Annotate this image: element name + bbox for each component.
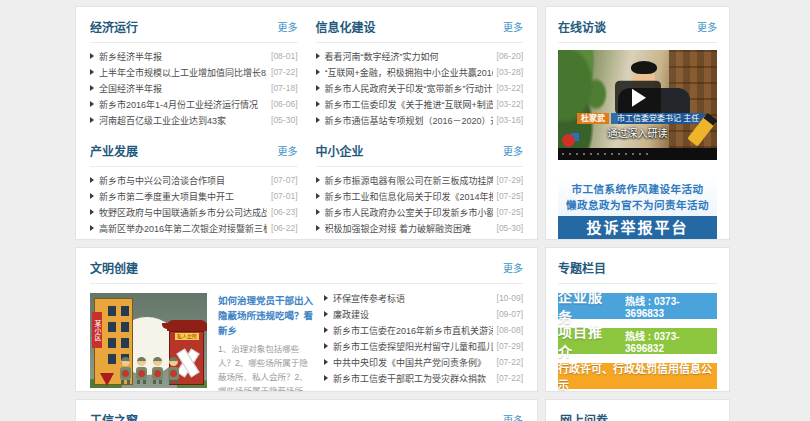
news-item[interactable]: 新乡市振源电器有限公司在新三板成功挂牌 [07-29] — [316, 172, 524, 188]
news-title: 积极加强银企对接 着力破解融资困难 — [325, 222, 493, 235]
news-date: [07-22] — [497, 373, 523, 383]
news-item[interactable]: 牧野区政府与中国联通新乡市分公司达成战略合作共识 [06-23] — [90, 204, 298, 220]
special-banner[interactable]: 企业服务 热线 : 0373-3696833 — [558, 293, 717, 319]
special-banner[interactable]: 行政许可、行政处罚信用信息公示 — [558, 363, 717, 389]
news-item[interactable]: 新乡市第二季度重大项目集中开工 [07-01] — [90, 188, 298, 204]
news-title: 看看河南“数字经济”实力如何 — [325, 50, 493, 63]
news-list-economy: 新乡经济半年报 [08-01] 上半年全市规模以上工业增加值同比增长8.3% [… — [90, 48, 298, 128]
bullet-icon — [316, 177, 320, 183]
special-banner-label: 项目推介 — [558, 321, 617, 361]
news-title: 牧野区政府与中国联通新乡市分公司达成战略合作共识 — [99, 206, 267, 219]
bullet-icon — [316, 101, 320, 107]
more-link-sme[interactable]: 更多 — [503, 143, 523, 158]
news-date: [08-01] — [271, 51, 297, 61]
more-link-interview[interactable]: 更多 — [697, 19, 717, 34]
news-title: 新乡市人民政府关于印发“宽带新乡”行动计划 — [325, 82, 493, 95]
more-link-civilization[interactable]: 更多 — [503, 260, 523, 275]
news-title: 中共中央印发《中国共产党问责条例》 — [333, 356, 493, 369]
panel-window: 工信之窗 更多 — [75, 399, 538, 421]
section-title-interview: 在线访谈 — [558, 18, 606, 35]
news-title: 新乡市工信委在2016年新乡市直机关游泳比赛中获得好 — [333, 324, 493, 337]
page: 经济运行 更多 新乡经济半年报 [08-01] — [0, 0, 810, 421]
left-column: 经济运行 更多 新乡经济半年报 [08-01] — [75, 6, 538, 421]
interview-video-thumbnail[interactable]: 杜家武 市工信委党委书记 主任 通过深入研读 — [558, 50, 717, 148]
news-date: [10-09] — [497, 293, 523, 303]
panel-news-top: 经济运行 更多 新乡经济半年报 [08-01] — [75, 6, 538, 240]
section-header-interview: 在线访谈 更多 — [558, 7, 717, 43]
cartoon-figure — [167, 357, 180, 384]
news-title: 新乡市振源电器有限公司在新三板成功挂牌 — [325, 174, 493, 187]
cartoon-windows — [108, 306, 116, 316]
news-item[interactable]: 新乡市2016年1-4月份工业经济运行情况 [06-06] — [90, 96, 298, 112]
featured-article-title[interactable]: 如何治理党员干部出入隐蔽场所违规吃喝？看新乡 — [218, 293, 314, 338]
civilization-cartoon-thumbnail[interactable]: 某小区 私人会所 — [90, 293, 207, 388]
news-item[interactable]: 新乡市通信基站专项规划（2016－2020）通过专家评 [03-16] — [316, 112, 524, 128]
special-banner-label: 企业服务 — [558, 286, 617, 326]
news-item[interactable]: 新乡市工信委在2016年新乡市直机关游泳比赛中获得好 [08-08] — [324, 322, 523, 338]
news-list-industry: 新乡市与中兴公司洽谈合作项目 [07-07] 新乡市第二季度重大项目集中开工 [… — [90, 172, 298, 240]
news-date: [09-07] — [497, 309, 523, 319]
special-banner-list: 企业服务 热线 : 0373-3696833 项目推介 热线 : 0373-36… — [558, 293, 717, 389]
news-item[interactable]: 新乡市工信委干部职工为受灾群众捐款 [07-22] — [324, 370, 523, 386]
news-item[interactable]: 积极加强银企对接 着力破解融资困难 [05-30] — [316, 220, 524, 236]
more-link-informatization[interactable]: 更多 — [503, 19, 523, 34]
news-title: 新乡市与中兴公司洽谈合作项目 — [99, 174, 267, 187]
news-title: 新乡市第二季度重大项目集中开工 — [99, 190, 267, 203]
special-banner-hotline: 热线 : 0373-3696832 — [625, 328, 717, 354]
news-item[interactable]: 廉政建设 [09-07] — [324, 306, 523, 322]
more-link-industry[interactable]: 更多 — [278, 143, 298, 158]
news-title: 新乡市工信委探望阳光村留守儿童和孤儿 — [333, 340, 493, 353]
news-item[interactable]: 新乡市工信委探望阳光村留守儿童和孤儿 [07-29] — [324, 338, 523, 354]
bullet-icon — [324, 327, 328, 333]
news-item[interactable]: 中共中央印发《中国共产党问责条例》 [07-22] — [324, 354, 523, 370]
news-title: 河南超百亿级工业企业达到43家 — [99, 114, 267, 127]
section-title-civilization: 文明创建 — [90, 259, 138, 276]
special-banner[interactable]: 项目推介 热线 : 0373-3696832 — [558, 328, 717, 354]
news-item[interactable]: 新乡市人民政府办公室关于印发新乡市小额贷款公司风 [07-25] — [316, 204, 524, 220]
subcolumn-left: 经济运行 更多 新乡经济半年报 [08-01] — [90, 7, 298, 239]
news-date: [03-28] — [497, 67, 523, 77]
news-item[interactable]: 新乡市工信委印发《关于推进“互联网+制造业”的实 [03-22] — [316, 96, 524, 112]
news-item[interactable]: 原阳县召开惠企政策宣讲会 [06-20] — [90, 236, 298, 240]
news-date: [03-16] — [497, 115, 523, 125]
special-banner-label: 行政许可、行政处罚信用信息公示 — [558, 360, 717, 392]
interviewee-role-tag: 市工信委党委书记 主任 — [611, 113, 705, 124]
cartoon-figure — [119, 357, 132, 384]
news-item[interactable]: 全国经济半年报 [07-18] — [90, 80, 298, 96]
featured-article: 如何治理党员干部出入隐蔽场所违规吃喝？看新乡 1、治理对象包括哪些人？2、哪些场… — [218, 293, 314, 392]
notice-line-1: 市工信系统作风建设年活动 — [558, 181, 717, 197]
news-item[interactable]: “互联网+金融，积极拥抱中小企业共赢2016新契 [03-28] — [316, 64, 524, 80]
news-item[interactable]: 新乡经济半年报 [08-01] — [90, 48, 298, 64]
news-date: [06-20] — [497, 51, 523, 61]
news-item[interactable]: 新乡市工业和信息化局关于印发《2014年担保公司、小 [07-25] — [316, 188, 524, 204]
news-title: 全国经济半年报 — [99, 82, 267, 95]
more-link-economy[interactable]: 更多 — [278, 19, 298, 34]
section-header-economy: 经济运行 更多 — [90, 7, 298, 43]
bullet-icon — [324, 343, 328, 349]
complaint-report-button[interactable]: 投诉举报平台 — [558, 216, 717, 240]
news-item[interactable]: 环保宣传参考标语 [10-09] — [324, 290, 523, 306]
news-title: 新乡市通信基站专项规划（2016－2020）通过专家评 — [325, 114, 493, 127]
bullet-icon — [90, 225, 94, 231]
news-date: [07-22] — [271, 67, 297, 77]
bullet-icon — [324, 359, 328, 365]
news-date: [07-25] — [497, 191, 523, 201]
news-title: 新乡市2016年1-4月份工业经济运行情况 — [99, 98, 267, 111]
news-item[interactable]: 新乡市人民政府关于印发“宽带新乡”行动计划 [03-22] — [316, 80, 524, 96]
bullet-icon — [324, 295, 328, 301]
play-button[interactable] — [615, 81, 661, 115]
news-item[interactable]: 新乡市与中兴公司洽谈合作项目 [07-07] — [90, 172, 298, 188]
news-date: [05-30] — [271, 115, 297, 125]
complaint-notice-banner[interactable]: 市工信系统作风建设年活动 懒政怠政为官不为问责年活动 投诉举报平台 — [558, 175, 717, 240]
section-title-sme: 中小企业 — [316, 142, 364, 159]
news-item[interactable]: 河南超百亿级工业企业达到43家 [05-30] — [90, 112, 298, 128]
more-link-window[interactable]: 更多 — [503, 412, 523, 421]
news-date: [06-22] — [271, 223, 297, 233]
news-title: 新乡经济半年报 — [99, 50, 267, 63]
news-item[interactable]: 上半年全市规模以上工业增加值同比增长8.3% [07-22] — [90, 64, 298, 80]
news-date: [03-22] — [497, 83, 523, 93]
bullet-icon — [316, 193, 320, 199]
section-title-industry: 产业发展 — [90, 142, 138, 159]
news-item[interactable]: 看看河南“数字经济”实力如何 [06-20] — [316, 48, 524, 64]
news-item[interactable]: 高新区举办2016年第二次银企对接暨新三板培训会 [06-22] — [90, 220, 298, 236]
